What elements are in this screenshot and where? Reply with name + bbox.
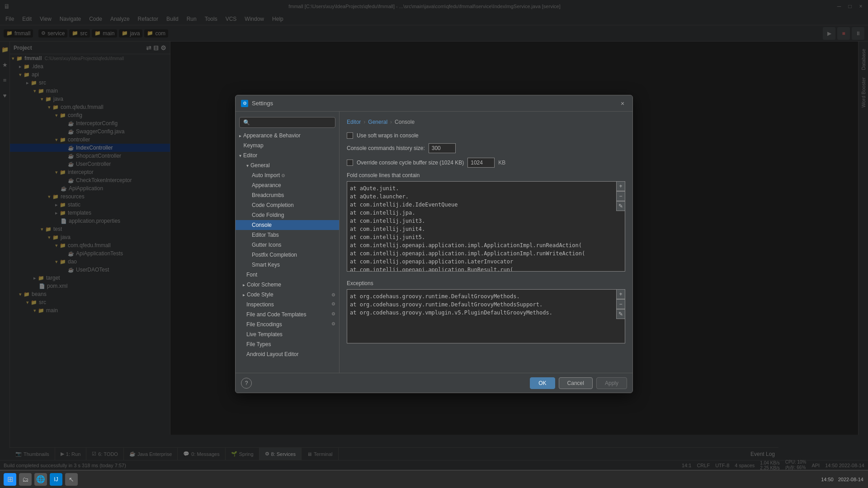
nav-file-encodings[interactable]: File Encodings ⚙ bbox=[236, 319, 339, 329]
nav-android-layout[interactable]: Android Layout Editor bbox=[236, 349, 339, 359]
override-unit: KB bbox=[498, 160, 505, 166]
cancel-button[interactable]: Cancel bbox=[559, 377, 593, 389]
nav-font[interactable]: Font bbox=[236, 270, 339, 280]
fold-textarea-container: at aQute.junit. at aQute.launcher. at co… bbox=[347, 181, 625, 273]
fold-edit-btn[interactable]: ✎ bbox=[616, 201, 625, 211]
nav-file-code-templates[interactable]: File and Code Templates ⚙ bbox=[236, 310, 339, 319]
nav-code-folding[interactable]: Code Folding bbox=[236, 210, 339, 220]
settings-search-input[interactable] bbox=[239, 117, 335, 128]
exceptions-label: Exceptions bbox=[347, 280, 625, 286]
taskbar-date: 2022-08-14 bbox=[838, 477, 863, 482]
override-buffer-checkbox[interactable] bbox=[347, 160, 353, 166]
history-size-label: Console commands history size: bbox=[347, 145, 425, 151]
fold-textarea[interactable]: at aQute.junit. at aQute.launcher. at co… bbox=[347, 181, 625, 272]
apply-button[interactable]: Apply bbox=[596, 377, 627, 389]
taskbar-left: ⊞ 🗂 🌐 IJ ↖ bbox=[0, 473, 78, 486]
nav-general-label: General bbox=[250, 162, 270, 169]
nav-arrow-icon: ▸ bbox=[239, 133, 241, 138]
nav-editor-tabs[interactable]: Editor Tabs bbox=[236, 230, 339, 240]
exceptions-textarea-buttons: + − ✎ bbox=[616, 289, 625, 319]
nav-appearance-behavior-label: Appearance & Behavior bbox=[243, 132, 301, 139]
settings-content: Editor › General › Console Use soft wrap… bbox=[340, 112, 632, 373]
override-buffer-input[interactable] bbox=[467, 158, 495, 168]
nav-editor[interactable]: ▾ Editor bbox=[236, 150, 339, 160]
fold-section: Fold console lines that contain at aQute… bbox=[347, 172, 625, 273]
taskbar-intellij[interactable]: IJ bbox=[50, 473, 62, 486]
nav-gutter-icons[interactable]: Gutter Icons bbox=[236, 240, 339, 250]
exceptions-remove-btn[interactable]: − bbox=[616, 299, 625, 309]
nav-smart-keys[interactable]: Smart Keys bbox=[236, 260, 339, 270]
breadcrumb-general[interactable]: General bbox=[368, 119, 387, 125]
settings-nav: ▸ Appearance & Behavior Keymap ▾ Editor … bbox=[236, 112, 340, 373]
exceptions-textarea-container: at org.codehaus.groovy.runtime.DefaultGr… bbox=[347, 289, 625, 345]
ok-button[interactable]: OK bbox=[530, 377, 555, 389]
nav-code-style[interactable]: ▸ Code Style ⚙ bbox=[236, 290, 339, 300]
nav-breadcrumbs[interactable]: Breadcrumbs bbox=[236, 190, 339, 200]
soft-wraps-checkbox[interactable] bbox=[347, 132, 353, 139]
nav-file-code-templates-label: File and Code Templates bbox=[246, 311, 307, 318]
nav-general[interactable]: ▾ General bbox=[236, 160, 339, 170]
nav-appearance-behavior[interactable]: ▸ Appearance & Behavior bbox=[236, 131, 339, 141]
fold-textarea-buttons: + − ✎ bbox=[616, 181, 625, 211]
code-style-icon: ⚙ bbox=[331, 292, 335, 297]
dialog-overlay: ⚙ Settings × ▸ Appearance & Behavior Key… bbox=[0, 0, 868, 488]
auto-import-icon: ⚙ bbox=[281, 173, 285, 178]
dialog-title: Settings bbox=[252, 100, 273, 107]
history-size-input[interactable] bbox=[429, 143, 456, 153]
file-encodings-icon: ⚙ bbox=[331, 321, 335, 328]
nav-color-scheme[interactable]: ▸ Color Scheme bbox=[236, 280, 339, 290]
override-buffer-row: Override console cycle buffer size (1024… bbox=[347, 158, 625, 168]
file-code-templates-icon: ⚙ bbox=[331, 311, 335, 318]
nav-file-types[interactable]: File Types bbox=[236, 339, 339, 349]
settings-dialog: ⚙ Settings × ▸ Appearance & Behavior Key… bbox=[235, 95, 633, 393]
nav-code-style-label: Code Style bbox=[247, 291, 274, 298]
breadcrumb-editor[interactable]: Editor bbox=[347, 119, 361, 125]
nav-postfix-completion[interactable]: Postfix Completion bbox=[236, 250, 339, 260]
exceptions-add-btn[interactable]: + bbox=[616, 289, 625, 299]
history-size-row: Console commands history size: bbox=[347, 143, 625, 153]
nav-live-templates[interactable]: Live Templates bbox=[236, 329, 339, 339]
nav-inspections-label: Inspections bbox=[246, 301, 274, 308]
breadcrumb: Editor › General › Console bbox=[347, 119, 625, 125]
dialog-footer: ? OK Cancel Apply bbox=[236, 373, 632, 393]
breadcrumb-console: Console bbox=[395, 119, 415, 125]
override-buffer-label: Override console cycle buffer size (1024… bbox=[357, 160, 464, 166]
taskbar-right: 14:50 2022-08-14 bbox=[821, 477, 868, 482]
fold-label: Fold console lines that contain bbox=[347, 172, 625, 178]
dialog-titlebar: ⚙ Settings × bbox=[236, 95, 632, 112]
taskbar-chrome[interactable]: 🌐 bbox=[34, 473, 47, 486]
taskbar-cursor[interactable]: ↖ bbox=[65, 473, 78, 486]
soft-wraps-row: Use soft wraps in console bbox=[347, 132, 625, 139]
dialog-close-btn[interactable]: × bbox=[618, 99, 627, 108]
exceptions-edit-btn[interactable]: ✎ bbox=[616, 309, 625, 319]
exceptions-section: Exceptions at org.codehaus.groovy.runtim… bbox=[347, 280, 625, 345]
exceptions-textarea[interactable]: at org.codehaus.groovy.runtime.DefaultGr… bbox=[347, 289, 625, 343]
nav-auto-import[interactable]: Auto Import ⚙ bbox=[236, 170, 339, 180]
nav-keymap[interactable]: Keymap bbox=[236, 141, 339, 150]
dialog-body: ▸ Appearance & Behavior Keymap ▾ Editor … bbox=[236, 112, 632, 373]
nav-color-scheme-label: Color Scheme bbox=[247, 282, 281, 288]
nav-editor-label: Editor bbox=[243, 152, 257, 159]
dialog-icon: ⚙ bbox=[241, 100, 248, 107]
taskbar-start[interactable]: ⊞ bbox=[4, 473, 16, 486]
help-btn[interactable]: ? bbox=[241, 378, 252, 389]
nav-inspections[interactable]: Inspections ⚙ bbox=[236, 300, 339, 310]
inspections-icon: ⚙ bbox=[331, 301, 335, 308]
taskbar: ⊞ 🗂 🌐 IJ ↖ 14:50 2022-08-14 bbox=[0, 470, 868, 488]
nav-file-encodings-label: File Encodings bbox=[246, 321, 282, 328]
fold-add-btn[interactable]: + bbox=[616, 181, 625, 191]
nav-appearance[interactable]: Appearance bbox=[236, 180, 339, 190]
fold-remove-btn[interactable]: − bbox=[616, 191, 625, 201]
taskbar-time: 14:50 bbox=[821, 477, 834, 482]
nav-code-completion[interactable]: Code Completion bbox=[236, 200, 339, 210]
nav-console[interactable]: Console bbox=[236, 220, 339, 230]
taskbar-explorer[interactable]: 🗂 bbox=[19, 473, 32, 486]
nav-keymap-label: Keymap bbox=[244, 142, 264, 149]
soft-wraps-label: Use soft wraps in console bbox=[357, 132, 419, 139]
